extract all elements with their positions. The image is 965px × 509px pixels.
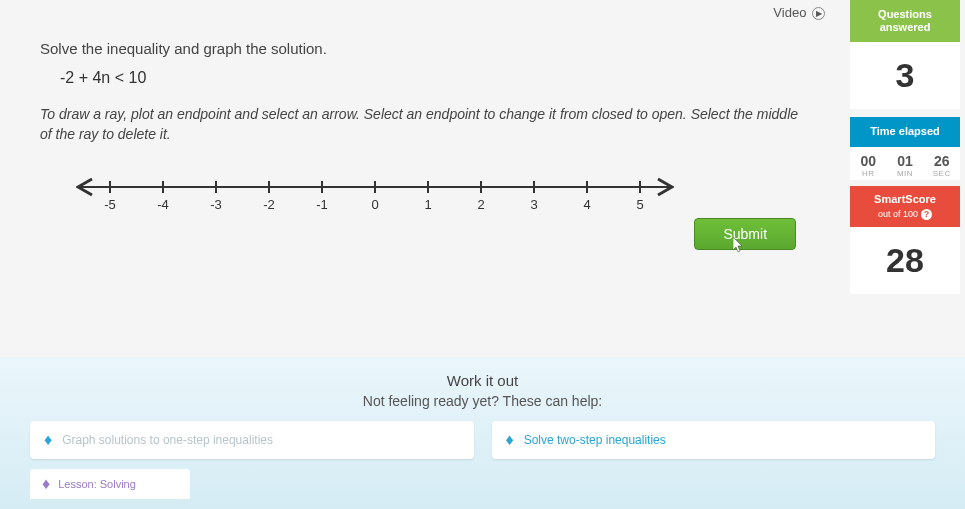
help-link-graph-one-step[interactable]: ♦ Graph solutions to one-step inequaliti…	[30, 421, 474, 459]
submit-button[interactable]: Submit	[694, 218, 796, 250]
question-instructions: To draw a ray, plot an endpoint and sele…	[40, 105, 800, 144]
questions-answered-label: Questions answered	[850, 0, 960, 42]
cursor-icon	[733, 237, 745, 256]
smartscore-value: 28	[850, 227, 960, 294]
workout-title: Work it out	[30, 372, 935, 389]
help-icon[interactable]: ?	[921, 209, 932, 220]
time-elapsed-label: Time elapsed	[850, 117, 960, 146]
help-link-solve-two-step[interactable]: ♦ Solve two-step inequalities	[492, 421, 936, 459]
question-inequality: -2 + 4n < 10	[60, 69, 810, 87]
svg-text:-3: -3	[210, 197, 222, 212]
svg-text:1: 1	[424, 197, 431, 212]
svg-text:-5: -5	[104, 197, 116, 212]
svg-text:0: 0	[371, 197, 378, 212]
svg-text:-1: -1	[316, 197, 328, 212]
time-hr: 00	[852, 153, 885, 169]
question-prompt: Solve the inequality and graph the solut…	[40, 40, 810, 57]
gem-icon: ♦	[506, 431, 514, 449]
svg-text:5: 5	[636, 197, 643, 212]
time-elapsed-value: 00HR 01MIN 26SEC	[850, 147, 960, 180]
svg-text:3: 3	[530, 197, 537, 212]
gem-icon: ♦	[42, 475, 50, 493]
questions-answered-count: 3	[850, 42, 960, 109]
smartscore-label: SmartScore out of 100?	[850, 186, 960, 227]
time-min: 01	[889, 153, 922, 169]
stats-sidebar: Questions answered 3 Time elapsed 00HR 0…	[850, 0, 960, 294]
svg-text:-2: -2	[263, 197, 275, 212]
gem-icon: ♦	[44, 431, 52, 449]
workout-subtitle: Not feeling ready yet? These can help:	[30, 393, 935, 409]
svg-text:2: 2	[477, 197, 484, 212]
time-sec: 26	[925, 153, 958, 169]
work-it-out-panel: Work it out Not feeling ready yet? These…	[0, 357, 965, 509]
question-panel: Solve the inequality and graph the solut…	[20, 0, 830, 260]
svg-text:-4: -4	[157, 197, 169, 212]
lesson-link[interactable]: ♦ Lesson: Solving	[30, 469, 190, 499]
svg-text:4: 4	[583, 197, 590, 212]
number-line[interactable]: -5-4-3-2-1012345	[70, 169, 690, 219]
